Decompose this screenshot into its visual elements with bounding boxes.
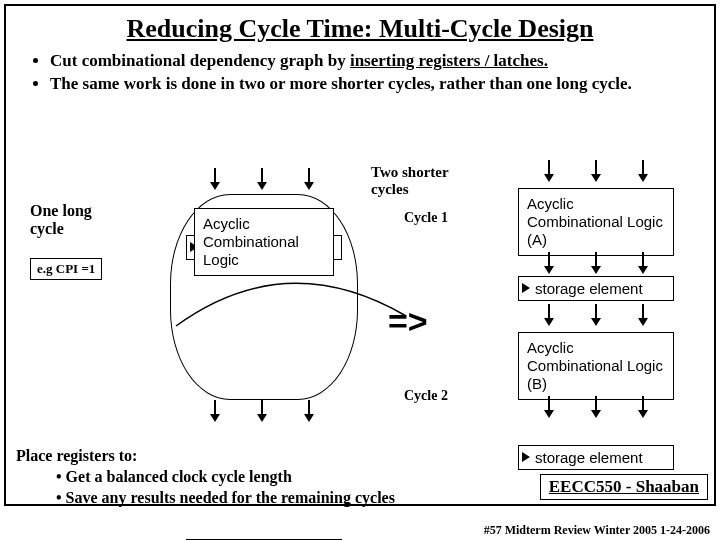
arrows-r3 [526,320,666,328]
bullet-2: The same work is done in two or more sho… [50,73,690,96]
bottom-text: Place registers to: • Get a balanced clo… [16,446,395,508]
arrows-r2 [526,268,666,276]
two-shorter-label: Two shorter cycles [371,164,471,198]
cpi-box: e.g CPI =1 [30,258,102,280]
slide-title: Reducing Cycle Time: Multi-Cycle Design [6,6,714,50]
slide-frame: Reducing Cycle Time: Multi-Cycle Design … [4,4,716,506]
acyclic-a: Acyclic Combinational Logic (A) [518,188,674,256]
storage-right-1: storage element [518,276,674,301]
arrows-r4 [526,412,666,420]
cycle2-label: Cycle 2 [404,388,448,404]
footer: #57 Midterm Review Winter 2005 1-24-2006 [484,523,710,538]
arrows-down-left-1 [192,184,332,192]
storage-right-2: storage element [518,445,674,470]
acyclic-b: Acyclic Combinational Logic (B) [518,332,674,400]
bullet-1: Cut combinational dependency graph by in… [50,50,690,73]
acyclic-left: Acyclic Combinational Logic [194,208,334,276]
arrows-r1 [526,176,666,184]
class-box: EECC550 - Shaaban [540,474,708,500]
arrows-down-left-2 [192,416,332,424]
big-arrow: => [388,302,428,341]
one-long-label: One long cycle [30,202,110,238]
bullet-list: Cut combinational dependency graph by in… [6,50,714,96]
cycle1-label: Cycle 1 [404,210,448,226]
